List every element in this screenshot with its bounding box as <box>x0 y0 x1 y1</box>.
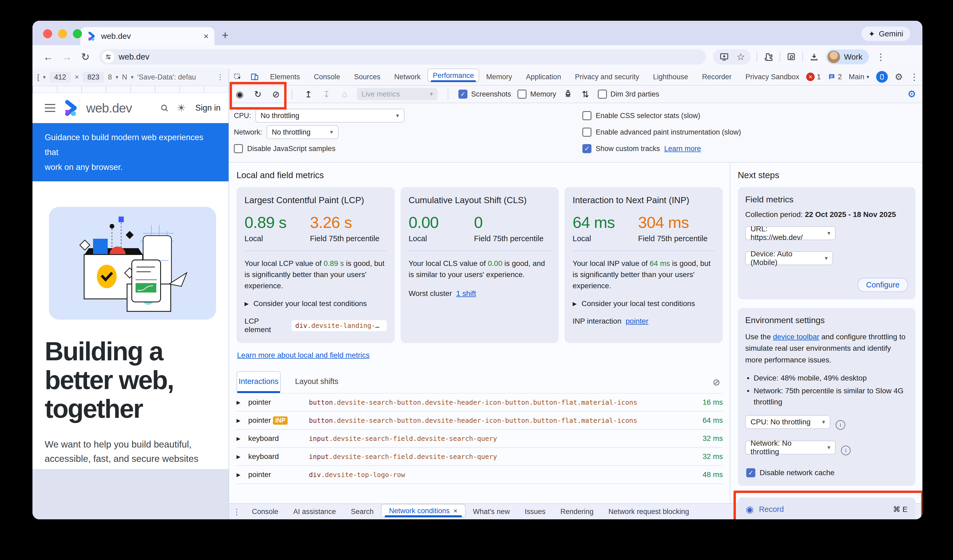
hamburger-menu-icon[interactable] <box>45 104 55 112</box>
network-throttle-select[interactable]: No throttling ▾ <box>267 125 338 139</box>
tab-sources[interactable]: Sources <box>347 69 387 85</box>
expand-icon[interactable]: ▶ <box>236 436 248 442</box>
dim-third-parties-checkbox[interactable] <box>598 90 607 99</box>
downloads-icon[interactable] <box>809 52 820 62</box>
device-height-input[interactable]: 823 <box>82 72 104 82</box>
capture-settings-icon[interactable]: ⚙ <box>908 88 916 100</box>
clear-log-icon[interactable]: ⊘ <box>713 377 723 387</box>
tab-privacy-sandbox[interactable]: Privacy Sandbox <box>739 69 806 85</box>
disable-js-samples-checkbox[interactable] <box>234 144 243 153</box>
minimize-window-button[interactable] <box>58 29 67 38</box>
dim-third-parties-toggle[interactable]: Dim 3rd parties <box>598 90 659 99</box>
install-page-icon[interactable] <box>719 52 729 62</box>
tab-lighthouse[interactable]: Lighthouse <box>646 69 695 85</box>
search-tabs-icon[interactable] <box>786 52 796 62</box>
info-icon[interactable]: i <box>841 446 851 455</box>
webdev-brand[interactable]: web.dev <box>86 101 132 115</box>
new-tab-button[interactable]: + <box>222 30 228 41</box>
clear-icon[interactable]: ⊘ <box>270 89 282 99</box>
bookmark-star-icon[interactable]: ☆ <box>736 51 745 62</box>
extensions-icon[interactable] <box>763 52 774 62</box>
drawer-tab-network-request-blocking[interactable]: Network request blocking <box>601 504 697 519</box>
tab-layout-shifts[interactable]: Layout shifts <box>293 374 340 391</box>
console-messages-badge[interactable]: 2 <box>828 73 842 81</box>
tab-network[interactable]: Network <box>387 69 428 85</box>
interaction-row[interactable]: ▶ keyboard input.devsite-search-field.de… <box>236 430 723 448</box>
expand-icon[interactable]: ▶ <box>236 399 248 405</box>
interaction-row[interactable]: ▶ pointer INP button.devsite-search-butt… <box>236 411 723 430</box>
tab-console[interactable]: Console <box>307 69 347 85</box>
interaction-row[interactable]: ▶ pointer button.devsite-search-button.d… <box>236 393 723 411</box>
gemini-button[interactable]: ✦ Gemini <box>861 26 910 41</box>
css-selector-stats-checkbox[interactable] <box>582 111 591 120</box>
profile-button[interactable]: Work <box>826 50 869 64</box>
close-drawer-tab-icon[interactable]: × <box>453 507 457 515</box>
reload-button[interactable]: ↻ <box>77 51 94 63</box>
context-select[interactable]: Main ▾ <box>849 73 869 81</box>
disable-network-cache-toggle[interactable]: Disable network cache <box>746 468 908 477</box>
dimensions-select[interactable]: [ <box>37 73 39 81</box>
throttling-select[interactable]: N <box>122 73 127 81</box>
expand-icon[interactable]: ▶ <box>236 454 248 460</box>
metrics-learn-more-link[interactable]: Learn more about local and field metrics <box>237 351 369 359</box>
collapse-sections-icon[interactable]: ⇅ <box>580 89 591 99</box>
field-device-select[interactable]: Device: Auto (Mobile) ▾ <box>745 251 833 265</box>
memory-toggle[interactable]: Memory <box>517 90 556 99</box>
memory-checkbox[interactable] <box>517 90 526 99</box>
drawer-menu-icon[interactable]: ⋮ <box>229 504 245 519</box>
garbage-collect-icon[interactable] <box>563 89 573 99</box>
devtools-menu-icon[interactable]: ⋮ <box>910 71 919 82</box>
back-button[interactable]: ← <box>40 51 56 63</box>
expand-icon[interactable]: ▶ <box>236 472 248 478</box>
lcp-element-chip[interactable]: div.devsite-landing-row-ite… <box>292 320 387 331</box>
drawer-tab-ai-assistance[interactable]: AI assistance <box>286 504 343 519</box>
custom-tracks-learn-more-link[interactable]: Learn more <box>664 145 701 153</box>
custom-tracks-checkbox[interactable] <box>582 144 591 153</box>
inspect-element-icon[interactable] <box>229 69 246 85</box>
load-profile-icon[interactable]: ↥ <box>303 89 314 99</box>
chevron-down-icon[interactable]: ▾ <box>116 74 118 80</box>
advanced-paint-checkbox[interactable] <box>582 128 591 137</box>
close-window-button[interactable] <box>43 29 52 38</box>
chevron-down-icon[interactable]: ▾ <box>131 74 133 80</box>
lcp-consider-expander[interactable]: ▶ Consider your local test conditions <box>245 299 387 308</box>
configure-button[interactable]: Configure <box>857 278 908 292</box>
webdev-logo[interactable] <box>62 99 79 116</box>
device-toolbar-link[interactable]: device toolbar <box>773 333 819 341</box>
zoom-select[interactable]: 8 <box>108 73 112 81</box>
drawer-tab-issues[interactable]: Issues <box>517 504 553 519</box>
address-bar[interactable]: web.dev <box>99 49 706 65</box>
tab-memory[interactable]: Memory <box>479 69 519 85</box>
record-reload-icon[interactable]: ↻ <box>252 89 264 99</box>
theme-toggle-icon[interactable]: ☀ <box>177 102 186 114</box>
close-tab-icon[interactable]: × <box>203 32 209 40</box>
record-icon[interactable]: ◉ <box>234 89 245 99</box>
tab-recorder[interactable]: Recorder <box>695 69 739 85</box>
browser-menu-icon[interactable]: ⋮ <box>876 52 885 62</box>
sign-in-link[interactable]: Sign in <box>195 103 220 113</box>
interaction-row[interactable]: ▶ pointer div.devsite-top-logo-row 48 ms <box>236 466 723 484</box>
console-errors-badge[interactable]: × 1 <box>806 73 821 81</box>
home-icon[interactable]: ⌂ <box>339 89 351 99</box>
device-toolbar-toggle-icon[interactable] <box>246 69 263 85</box>
info-icon[interactable]: i <box>836 420 845 430</box>
devtools-settings-icon[interactable]: ⚙ <box>895 71 903 82</box>
tab-elements[interactable]: Elements <box>263 69 307 85</box>
field-url-select[interactable]: URL: https://web.dev/ ▾ <box>745 226 836 240</box>
drawer-tab-whats-new[interactable]: What's new <box>466 504 517 519</box>
chevron-down-icon[interactable]: ▾ <box>43 74 46 80</box>
tab-interactions[interactable]: Interactions <box>236 371 281 393</box>
site-settings-icon[interactable] <box>102 51 115 63</box>
env-cpu-select[interactable]: CPU: No throttling ▾ <box>745 415 830 429</box>
tab-privacy-security[interactable]: Privacy and security <box>568 69 646 85</box>
search-icon[interactable] <box>159 103 170 113</box>
maximize-window-button[interactable] <box>73 29 82 38</box>
drawer-tab-search[interactable]: Search <box>343 504 381 519</box>
cls-worst-cluster-link[interactable]: 1 shift <box>456 289 476 298</box>
tab-performance[interactable]: Performance <box>428 69 480 82</box>
inp-consider-expander[interactable]: ▶ Consider your local test conditions <box>573 299 715 308</box>
inp-interaction-link[interactable]: pointer <box>626 317 648 325</box>
disable-network-cache-checkbox[interactable] <box>746 468 755 477</box>
env-network-select[interactable]: Network: No throttling ▾ <box>745 441 836 455</box>
cpu-throttle-select[interactable]: No throttling ▾ <box>255 109 404 122</box>
